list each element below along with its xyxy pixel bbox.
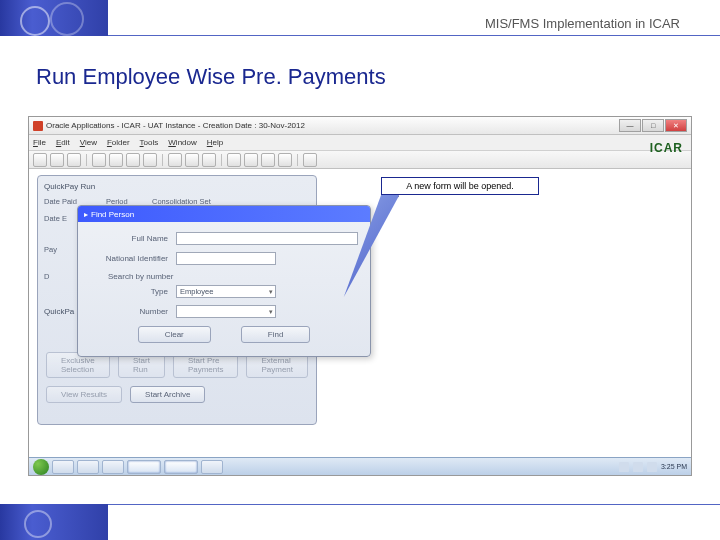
toolbar-help-icon[interactable] — [303, 153, 317, 167]
toolbar-print-icon[interactable] — [92, 153, 106, 167]
toolbar-misc1-icon[interactable] — [227, 153, 241, 167]
system-tray: 3:25 PM — [619, 462, 687, 472]
header-title: MIS/FMS Implementation in ICAR — [485, 16, 680, 31]
toolbar-save-icon[interactable] — [67, 153, 81, 167]
oracle-icon — [33, 121, 43, 131]
callout-text: A new form will be opened. — [406, 181, 514, 191]
type-value: Employee — [180, 287, 213, 296]
menu-file[interactable]: File — [33, 138, 46, 147]
header-underline — [108, 35, 680, 36]
icar-logo: ICAR — [650, 141, 683, 155]
header-right: MIS/FMS Implementation in ICAR — [108, 0, 720, 36]
slide-footer — [0, 504, 720, 540]
menu-help[interactable]: Help — [207, 138, 223, 147]
view-results-button[interactable]: View Results — [46, 386, 122, 403]
find-button[interactable]: Find — [241, 326, 311, 343]
taskbar-item-1[interactable] — [52, 460, 74, 474]
maximize-button[interactable]: □ — [642, 119, 664, 132]
windows-taskbar: 3:25 PM — [29, 457, 691, 475]
toolbar-open-icon[interactable] — [50, 153, 64, 167]
close-button[interactable]: ✕ — [665, 119, 687, 132]
tray-icon-2[interactable] — [633, 462, 643, 472]
app-screenshot: Oracle Applications - ICAR - UAT Instanc… — [28, 116, 692, 476]
footer-right — [108, 504, 720, 540]
content-area: QuickPay Run Date Paid Period Consolidat… — [29, 169, 691, 457]
find-person-dialog: ▸Find Person Full Name National Identifi… — [77, 205, 371, 357]
menu-tools[interactable]: Tools — [140, 138, 159, 147]
toolbar-cut-icon[interactable] — [109, 153, 123, 167]
toolbar — [29, 151, 691, 169]
toolbar-nav-icon[interactable] — [185, 153, 199, 167]
menu-edit[interactable]: Edit — [56, 138, 70, 147]
window-title-text: Oracle Applications - ICAR - UAT Instanc… — [46, 121, 305, 130]
slide-header: MIS/FMS Implementation in ICAR — [0, 0, 720, 36]
header-decoration — [0, 0, 108, 36]
tray-icon-1[interactable] — [619, 462, 629, 472]
clock: 3:25 PM — [661, 463, 687, 470]
menu-bar: File Edit View Folder Tools Window Help — [29, 135, 691, 151]
find-dialog-title: ▸Find Person — [78, 206, 370, 222]
full-name-label: Full Name — [90, 234, 176, 243]
search-by-label: Search by number — [108, 272, 358, 281]
toolbar-misc2-icon[interactable] — [244, 153, 258, 167]
national-id-field[interactable] — [176, 252, 276, 265]
toolbar-find-icon[interactable] — [168, 153, 182, 167]
toolbar-paste-icon[interactable] — [143, 153, 157, 167]
toolbar-list-icon[interactable] — [202, 153, 216, 167]
type-label: Type — [90, 287, 176, 296]
toolbar-copy-icon[interactable] — [126, 153, 140, 167]
footer-decoration — [0, 504, 108, 540]
toolbar-new-icon[interactable] — [33, 153, 47, 167]
toolbar-misc4-icon[interactable] — [278, 153, 292, 167]
taskbar-item-4[interactable] — [201, 460, 223, 474]
national-id-label: National Identifier — [90, 254, 176, 263]
menu-folder[interactable]: Folder — [107, 138, 130, 147]
clear-button[interactable]: Clear — [138, 326, 211, 343]
toolbar-misc3-icon[interactable] — [261, 153, 275, 167]
start-button[interactable] — [33, 459, 49, 475]
menu-window[interactable]: Window — [168, 138, 196, 147]
taskbar-item-3[interactable] — [102, 460, 124, 474]
minimize-button[interactable]: — — [619, 119, 641, 132]
full-name-field[interactable] — [176, 232, 358, 245]
number-select[interactable] — [176, 305, 276, 318]
find-title-text: Find Person — [91, 210, 134, 219]
type-select[interactable]: Employee — [176, 285, 276, 298]
taskbar-item-2[interactable] — [77, 460, 99, 474]
window-titlebar: Oracle Applications - ICAR - UAT Instanc… — [29, 117, 691, 135]
taskbar-item-active-2[interactable] — [164, 460, 198, 474]
slide-title: Run Employee Wise Pre. Payments — [36, 64, 386, 90]
taskbar-item-active-1[interactable] — [127, 460, 161, 474]
menu-view[interactable]: View — [80, 138, 97, 147]
tray-icon-3[interactable] — [647, 462, 657, 472]
start-archive-button[interactable]: Start Archive — [130, 386, 205, 403]
quickpay-heading: QuickPay Run — [44, 182, 310, 191]
number-label: Number — [90, 307, 176, 316]
callout-box: A new form will be opened. — [381, 177, 539, 195]
